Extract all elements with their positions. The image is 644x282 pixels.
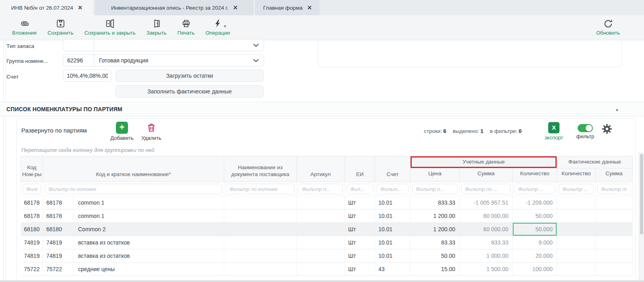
section-header[interactable]: СПИСОК НОМЕНКЛАТУРЫ ПО ПАРТИЯМ ▲ [0,102,644,116]
cell-doc-name[interactable] [224,223,297,236]
save-button[interactable]: Сохранить [47,18,74,36]
table-row[interactable]: 68178 68178 common 1 Шт 10.01 1 200.00 6… [21,209,633,223]
cell-article[interactable] [297,209,345,223]
cell-nom[interactable]: 75722 [21,263,43,276]
cell-fact-qty[interactable] [557,249,596,263]
account-field[interactable] [63,70,112,82]
toggle-on-icon[interactable] [578,124,593,132]
filter-input-unit[interactable] [347,184,373,194]
column-header-unit[interactable]: ЕИ [345,156,375,182]
cell-doc-name[interactable] [224,236,297,249]
filter-toggle[interactable]: фильтр [571,122,599,139]
cell-code[interactable]: 68180 [43,223,73,236]
cell-price[interactable]: 1 200.00 [411,223,460,236]
cell-code[interactable]: 75722 [43,263,73,276]
filter-input-article[interactable] [298,184,343,194]
cell-unit[interactable]: Шт [345,236,375,249]
cell-article[interactable] [297,249,345,263]
cell-unit[interactable]: Шт [345,223,375,236]
cell-fact-sum[interactable] [596,263,633,276]
cell-sum[interactable]: 1 000.00 [460,249,513,263]
load-balances-button[interactable]: Загрузить остатки [116,70,264,82]
cell-fact-sum[interactable] [596,196,633,209]
table-row-selected[interactable]: 68180 68180 Common 2 Шт 10.01 1 200.00 6… [21,223,633,236]
cell-code[interactable]: 74819 [43,249,73,263]
cell-sum[interactable]: 833.33 [460,236,513,249]
cell-fact-sum[interactable] [596,236,633,249]
filter-input-price[interactable] [412,184,458,194]
cell-qty[interactable]: 9.000 [513,236,557,249]
save-and-close-button[interactable]: Сохранить и закрыть [85,18,136,36]
cell-price[interactable]: 50.00 [411,249,460,263]
tab-main-form[interactable]: Главная форма × [255,0,320,15]
close-button[interactable]: Закрыть [147,18,167,36]
cell-sum[interactable]: 60 000.00 [460,223,513,236]
chevron-down-icon[interactable] [253,44,259,47]
filter-input-nom-code[interactable] [23,184,41,194]
cell-unit[interactable]: Шт [345,209,375,223]
cell-name[interactable]: вставка из остатков [73,249,224,263]
cell-code[interactable]: 68178 [43,196,73,209]
column-header-qty[interactable]: Количество [513,168,557,182]
cell-name[interactable]: средние цены [73,263,224,276]
filter-input-code-name[interactable] [45,184,222,194]
cell-unit[interactable]: Шт [345,263,375,276]
tab-inventory-register[interactable]: Инвентаризационная опись - Реестр за 202… [95,0,254,15]
column-header-article[interactable]: Артикул [297,156,345,182]
attachments-button[interactable]: Вложения [12,18,37,36]
cell-qty-selected[interactable]: 50.000 [513,223,557,236]
filter-input-qty[interactable] [514,184,555,194]
cell-qty[interactable]: -1 209.000 [513,196,557,209]
cell-code[interactable]: 74819 [43,236,73,249]
cell-doc-name[interactable] [224,263,297,276]
cell-unit[interactable]: Шт [345,196,375,209]
tab-inventory-doc[interactable]: ИНВ №б/н от 26.07.2024 × [0,0,93,15]
filter-input-sum[interactable] [461,184,511,194]
collapse-icon[interactable]: ▲ [615,107,619,112]
cell-code[interactable]: 68178 [43,209,73,223]
cell-fact-sum[interactable] [596,209,633,223]
cell-account[interactable]: 10.01 [375,236,411,249]
operations-button[interactable]: ▾ Операции [205,18,230,36]
refresh-button[interactable]: Обновить [596,18,620,36]
cell-account[interactable]: 43 [375,263,411,276]
table-row[interactable]: 68178 68178 common 1 Шт 10.01 833.33 -1 … [21,196,633,209]
cell-account[interactable]: 10.01 [375,249,411,263]
column-header-doc-name[interactable]: Наименование из документа поставщика [224,156,297,182]
column-header-account[interactable]: Счет [375,156,411,182]
stock-type-combobox[interactable] [63,39,264,51]
cell-fact-qty[interactable] [557,236,596,249]
table-row[interactable]: 74819 74819 вставка из остатков Шт 10.01… [21,249,633,263]
cell-nom[interactable]: 68178 [21,196,43,209]
cell-account[interactable]: 10.01 [375,209,411,223]
cell-fact-qty[interactable] [557,223,596,236]
cell-fact-sum[interactable] [596,249,633,263]
cell-nom[interactable]: 68178 [21,209,43,223]
cell-sum[interactable]: 60 000.00 [460,209,513,223]
cell-qty[interactable]: 20.000 [513,249,557,263]
cell-fact-qty[interactable] [557,196,596,209]
cell-sum[interactable]: -1 005 957.51 [460,196,513,209]
cell-doc-name[interactable] [224,249,297,263]
delete-row-button[interactable]: Удалить [137,122,165,141]
close-icon[interactable]: × [78,4,83,11]
filter-input-doc-name[interactable] [226,184,295,194]
column-header-fact-qty[interactable]: Количество [557,168,596,182]
cell-article[interactable] [297,263,345,276]
column-header-fact-sum[interactable]: Сумма [596,168,633,182]
table-row[interactable]: 75722 75722 средние цены Шт 43 15.00 1 5… [21,263,633,276]
print-button[interactable]: Печать [178,18,195,36]
close-icon[interactable]: × [308,4,312,11]
cell-article[interactable] [297,196,345,209]
cell-price[interactable]: 1 200.00 [411,209,460,223]
cell-price[interactable]: 83.33 [411,236,460,249]
scrollbar-thumb[interactable] [640,154,643,234]
close-icon[interactable]: × [233,4,238,11]
cell-name[interactable]: common 1 [73,209,224,223]
chevron-down-icon[interactable] [253,59,259,62]
cell-article[interactable] [297,236,345,249]
cell-name[interactable]: вставка из остатков [73,236,224,249]
column-header-nom-code[interactable]: Код Ном-ры [21,156,43,182]
cell-fact-sum[interactable] [596,223,633,236]
cell-fact-qty[interactable] [557,209,596,223]
